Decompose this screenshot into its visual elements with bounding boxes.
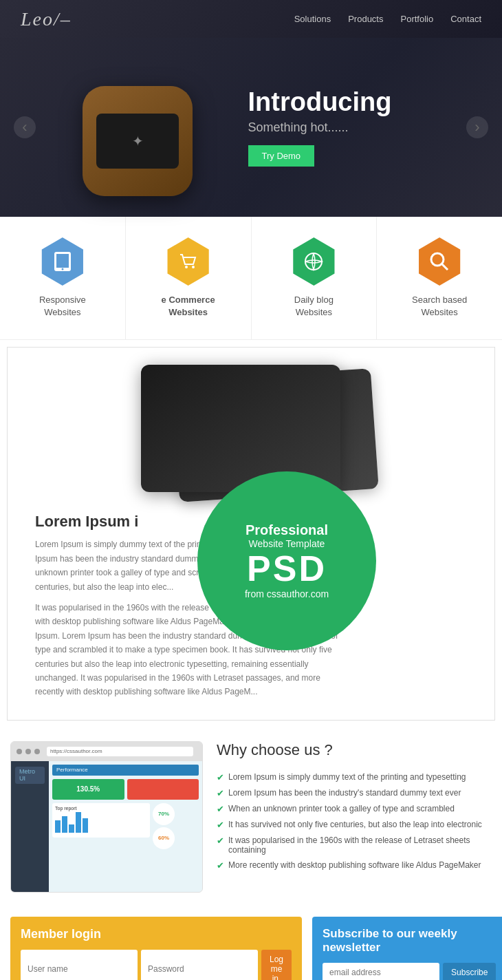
showcase-section: Lorem Ipsum i Lorem Ipsum is simply dumm… [7,347,495,720]
hero-icon-inner [96,114,179,169]
dash-stat-2 [127,779,199,800]
globe-icon [301,249,326,274]
search-label: Search basedWebsites [412,294,467,319]
dash-stat-1: 130.5% [52,779,124,800]
psd-line2: Website Template [249,538,325,549]
svg-point-2 [61,268,63,270]
why-section: https://cssauthor.com Metro UI Performan… [0,727,502,906]
blog-label: Daily blogWebsites [294,294,334,319]
feature-search: Search basedWebsites [377,217,502,339]
why-list: ✔Lorem Ipsum is simply dummy text of the… [217,769,492,873]
nav-solutions[interactable]: Solutions [294,14,331,24]
check-icon-4: ✔ [217,820,224,830]
email-input[interactable] [323,963,439,980]
sidebar-link [15,818,45,827]
member-login-box: Member login Log me in. [10,917,302,980]
bar-3 [69,824,74,833]
responsive-label: ResponsiveWebsites [39,294,86,319]
newsletter-box: Subscribe to our weekly newsletter Subsc… [312,917,502,980]
newsletter-form: Subscribe [323,963,496,980]
hero-next-arrow[interactable]: › [466,116,488,138]
header: Leo/– Solutions Products Portfolio Conta… [0,0,502,38]
ecommerce-hex [164,237,212,286]
sidebar-brand: Metro UI [15,767,45,784]
cta-section: Member login Log me in. Subscribe to our… [0,906,502,980]
member-title: Member login [21,927,292,941]
browser-dot-2 [25,749,31,754]
why-item-2: ✔Lorem Ipsum has been the industry's sta… [217,785,492,801]
browser-url: https://cssauthor.com [47,747,193,756]
hero-cta-button[interactable]: Try Demo [248,145,315,167]
member-form: Log me in. [21,950,292,980]
features-section: ResponsiveWebsites e CommerceWebsites Da… [0,217,502,340]
svg-rect-1 [56,254,69,268]
hero-section: ‹ Introducing Something hot...... Try De… [0,38,502,217]
dash-chart-area: Top report [52,803,150,838]
username-input[interactable] [21,950,138,980]
browser-dot-3 [34,749,40,754]
password-input[interactable] [141,950,258,980]
why-title: Why choose us ? [217,741,492,759]
blog-hex [290,237,338,286]
newsletter-title: Subscribe to our weekly newsletter [323,927,496,955]
sidebar-link [15,798,45,806]
psd-overlay-circle: Professional Website Template PSD from c… [197,471,376,650]
psd-line3: PSD [247,549,327,588]
browser-content: Metro UI Performance 130.5% Top report [11,761,202,892]
search-hex [415,237,463,286]
check-icon-2: ✔ [217,788,224,798]
check-icon-3: ✔ [217,804,224,814]
bar-1 [55,820,61,833]
why-item-1: ✔Lorem Ipsum is simply dummy text of the… [217,769,492,785]
dash-top-bar: Performance [52,765,199,776]
svg-line-7 [441,264,448,270]
nav-products[interactable]: Products [348,14,383,24]
browser-bar: https://cssauthor.com [11,742,202,761]
hero-text: Introducing Something hot...... Try Demo [248,88,392,167]
tablet-icon [50,249,75,274]
psd-line1: Professional [245,522,328,538]
svg-point-5 [305,253,322,270]
browser-dot-1 [17,749,22,754]
dash-chart-label: Top report [55,806,147,811]
donut-1: 70% [153,803,175,825]
ecommerce-label: e CommerceWebsites [162,294,215,319]
psd-line4: from cssauthor.com [245,588,329,599]
browser-main: Performance 130.5% Top report [49,761,202,892]
hero-app-icon [83,86,193,196]
bar-5 [83,818,88,833]
donut-2: 60% [153,827,175,849]
nav-portfolio[interactable]: Portfolio [400,14,433,24]
search-icon [427,249,452,274]
why-item-5: ✔It was popularised in the 1960s with th… [217,833,492,858]
check-icon-5: ✔ [217,835,224,846]
svg-point-3 [185,266,188,268]
hero-prev-arrow[interactable]: ‹ [14,116,36,138]
browser-sidebar: Metro UI [11,761,49,892]
why-item-4: ✔It has survived not only five centuries… [217,817,492,833]
svg-point-4 [192,266,195,268]
main-nav: Solutions Products Portfolio Contact [294,14,481,24]
sidebar-link [15,787,45,796]
hero-subtitle: Something hot...... [248,120,392,135]
feature-blog: Daily blogWebsites [252,217,378,339]
nav-contact[interactable]: Contact [450,14,481,24]
dashboard-screenshot: https://cssauthor.com Metro UI Performan… [10,741,203,893]
login-button[interactable]: Log me in. [261,950,292,980]
why-item-3: ✔When an unknown printer took a galley o… [217,801,492,817]
check-icon-6: ✔ [217,860,224,871]
hero-title: Introducing [248,88,392,117]
cart-icon [176,249,201,274]
subscribe-button[interactable]: Subscribe [443,963,496,980]
why-item-6: ✔More recently with desktop publishing s… [217,858,492,873]
check-icon-1: ✔ [217,772,224,782]
logo: Leo/– [21,8,72,30]
why-content: Why choose us ? ✔Lorem Ipsum is simply d… [217,741,492,873]
feature-responsive: ResponsiveWebsites [0,217,126,339]
feature-ecommerce: e CommerceWebsites [126,217,252,339]
sidebar-link [15,808,45,816]
responsive-hex [39,237,87,286]
bar-2 [62,816,67,833]
bar-4 [76,812,81,833]
tablet-front [141,365,340,492]
